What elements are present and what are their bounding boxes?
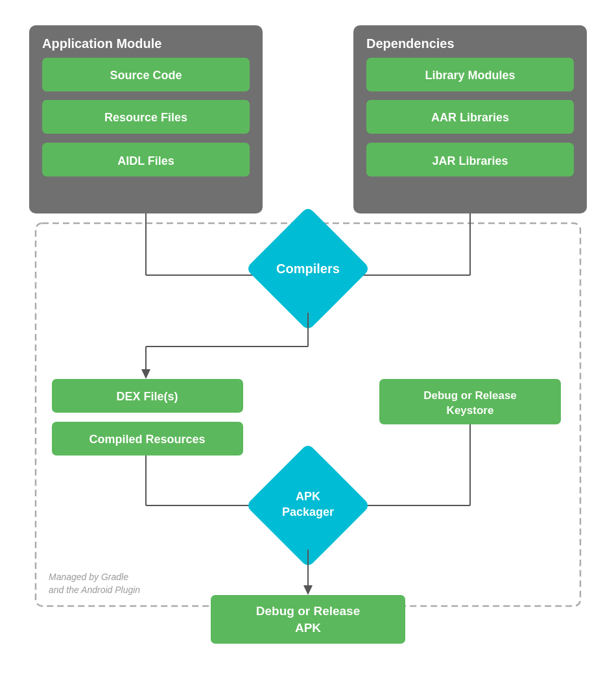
managed-label-line1: Managed by Gradle: [49, 572, 128, 582]
svg-rect-32: [211, 595, 405, 644]
library-modules-label: Library Modules: [425, 69, 515, 82]
final-apk-label-line2: APK: [295, 621, 321, 635]
build-diagram-svg: Application Module Source Code Resource …: [16, 16, 600, 677]
svg-rect-22: [379, 379, 561, 424]
compilers-label: Compilers: [276, 261, 340, 276]
dependencies-title: Dependencies: [366, 36, 455, 51]
svg-marker-31: [303, 585, 313, 595]
dex-files-label: DEX File(s): [116, 390, 178, 403]
debug-keystore-label-line2: Keystore: [447, 404, 494, 417]
diagram: Application Module Source Code Resource …: [16, 16, 600, 677]
apk-packager-label-line1: APK: [296, 490, 320, 503]
debug-keystore-label-line1: Debug or Release: [423, 389, 517, 402]
resource-files-label: Resource Files: [104, 111, 187, 124]
jar-libraries-label: JAR Libraries: [432, 154, 508, 167]
aar-libraries-label: AAR Libraries: [431, 111, 509, 124]
app-module-title: Application Module: [42, 36, 161, 51]
aidl-files-label: AIDL Files: [117, 154, 174, 167]
final-apk-label-line1: Debug or Release: [256, 604, 361, 618]
apk-packager-label-line2: Packager: [282, 505, 334, 518]
svg-marker-19: [141, 369, 150, 379]
apk-packager-diamond: APK Packager: [246, 443, 370, 568]
compilers-diamond: Compilers: [246, 206, 370, 331]
compiled-resources-label: Compiled Resources: [89, 433, 205, 446]
source-code-label: Source Code: [110, 69, 182, 82]
managed-label-line2: and the Android Plugin: [49, 585, 140, 595]
